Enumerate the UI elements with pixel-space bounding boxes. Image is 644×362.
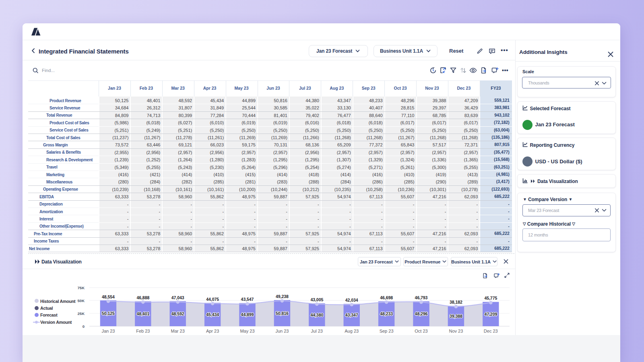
- svg-text:Feb 23: Feb 23: [136, 329, 150, 333]
- svg-text:45,775: 45,775: [484, 296, 497, 300]
- svg-text:48,592: 48,592: [171, 312, 184, 316]
- svg-text:Mar 23: Mar 23: [171, 329, 185, 333]
- svg-text:48,554: 48,554: [102, 295, 115, 299]
- svg-text:50,816: 50,816: [276, 311, 289, 316]
- svg-text:46,698: 46,698: [380, 296, 393, 300]
- svg-text:44,899: 44,899: [241, 313, 254, 317]
- svg-text:44,380: 44,380: [310, 313, 323, 317]
- svg-text:Dec 23: Dec 23: [484, 329, 498, 333]
- svg-text:49,238: 49,238: [276, 294, 289, 299]
- svg-text:May 23: May 23: [240, 329, 254, 333]
- svg-text:47,043: 47,043: [171, 296, 184, 300]
- svg-text:39,388: 39,388: [450, 314, 462, 319]
- svg-text:42,034: 42,034: [345, 298, 358, 302]
- svg-text:Jun 23: Jun 23: [275, 329, 289, 333]
- svg-text:Aug 23: Aug 23: [345, 329, 359, 333]
- svg-text:Jan 23: Jan 23: [101, 329, 115, 333]
- svg-text:50,125: 50,125: [102, 311, 115, 316]
- svg-text:Jul 23: Jul 23: [311, 329, 323, 333]
- svg-text:43,347: 43,347: [345, 313, 358, 317]
- svg-text:38,182: 38,182: [450, 300, 462, 304]
- svg-text:Apr 23: Apr 23: [206, 329, 219, 333]
- svg-text:47,209: 47,209: [484, 312, 497, 317]
- svg-text:44,075: 44,075: [206, 297, 219, 302]
- svg-text:Sep 23: Sep 23: [380, 329, 394, 333]
- svg-text:Oct 23: Oct 23: [415, 329, 427, 333]
- svg-text:48,296: 48,296: [415, 312, 428, 316]
- svg-text:Nov 23: Nov 23: [449, 329, 463, 333]
- svg-text:46,793: 46,793: [415, 296, 428, 300]
- svg-text:43,547: 43,547: [241, 297, 254, 302]
- svg-text:48,401: 48,401: [136, 312, 149, 316]
- svg-text:46,888: 46,888: [136, 296, 149, 300]
- svg-text:43,005: 43,005: [310, 298, 323, 302]
- svg-text:48,233: 48,233: [380, 312, 393, 316]
- svg-text:45,434: 45,434: [206, 313, 219, 317]
